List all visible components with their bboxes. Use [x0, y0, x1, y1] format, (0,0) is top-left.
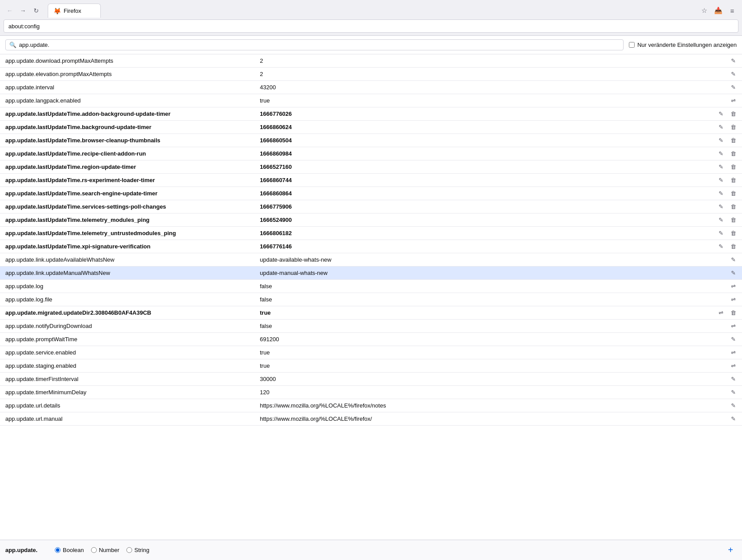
pref-actions: ✎🗑 [715, 215, 742, 225]
menu-button[interactable]: ≡ [726, 4, 738, 17]
reset-button[interactable]: ⇌ [715, 308, 726, 318]
pref-actions: ✎ [715, 255, 742, 265]
delete-button[interactable]: 🗑 [728, 175, 738, 186]
radio-number-input[interactable] [91, 547, 97, 553]
pref-value: true [256, 308, 715, 318]
reset-button[interactable]: ⇌ [728, 294, 738, 305]
edit-button[interactable]: ✎ [728, 387, 738, 398]
pref-actions: ✎🗑 [715, 109, 742, 119]
pref-value: https://www.mozilla.org/%LOCALE%/firefox… [256, 400, 715, 411]
table-row: app.update.lastUpdateTime.rs-experiment-… [0, 174, 742, 187]
pref-actions: ✎🗑 [715, 241, 742, 252]
forward-button[interactable]: → [17, 4, 29, 17]
edit-button[interactable]: ✎ [715, 228, 726, 239]
radio-string-input[interactable] [126, 547, 132, 553]
page-content: 🔍 Nur veränderte Einstellungen anzeigen … [0, 36, 742, 559]
address-bar[interactable]: about:config [4, 19, 738, 33]
pref-value: 1666776026 [256, 109, 715, 119]
pref-actions: ✎🗑 [715, 149, 742, 159]
edit-button[interactable]: ✎ [715, 188, 726, 199]
delete-button[interactable]: 🗑 [728, 188, 738, 199]
edit-button[interactable]: ✎ [715, 241, 726, 252]
tab-bar: ← → ↻ 🦊 Firefox ☆ 📥 ≡ [0, 0, 742, 18]
edit-button[interactable]: ✎ [728, 414, 738, 424]
pref-actions: ✎🗑 [715, 122, 742, 133]
bookmark-button[interactable]: 📥 [712, 4, 724, 17]
pref-actions: ✎🗑 [715, 162, 742, 172]
edit-button[interactable]: ✎ [715, 135, 726, 146]
pref-actions: ✎ [715, 82, 742, 93]
filter-checkbox[interactable] [629, 42, 635, 48]
search-input[interactable] [19, 42, 620, 48]
table-row: app.update.notifyDuringDownloadfalse⇌ [0, 320, 742, 333]
radio-boolean[interactable]: Boolean [55, 547, 84, 553]
pref-value: 43200 [256, 82, 715, 92]
table-row: app.update.lastUpdateTime.xpi-signature-… [0, 240, 742, 253]
reset-button[interactable]: ⇌ [728, 361, 738, 371]
pref-actions: ✎ [715, 414, 742, 424]
filter-checkbox-label[interactable]: Nur veränderte Einstellungen anzeigen [629, 42, 737, 48]
reset-button[interactable]: ⇌ [728, 347, 738, 358]
delete-button[interactable]: 🗑 [728, 215, 738, 225]
pref-value: 1666775906 [256, 202, 715, 212]
table-row: app.update.logfalse⇌ [0, 280, 742, 293]
table-row: app.update.timerMinimumDelay120✎ [0, 386, 742, 399]
edit-button[interactable]: ✎ [715, 109, 726, 119]
browser-chrome: ← → ↻ 🦊 Firefox ☆ 📥 ≡ about:config [0, 0, 742, 36]
edit-button[interactable]: ✎ [728, 82, 738, 93]
edit-button[interactable]: ✎ [728, 69, 738, 80]
delete-button[interactable]: 🗑 [728, 202, 738, 212]
add-button[interactable]: + [724, 544, 737, 556]
pref-name: app.update.lastUpdateTime.region-update-… [0, 162, 256, 172]
table-row: app.update.timerFirstInterval30000✎ [0, 373, 742, 386]
search-box[interactable]: 🔍 [5, 39, 624, 50]
pref-name: app.update.elevation.promptMaxAttempts [0, 69, 256, 79]
table-row: app.update.link.updateAvailableWhatsNewu… [0, 253, 742, 267]
pref-value: true [256, 361, 715, 371]
edit-button[interactable]: ✎ [728, 334, 738, 345]
edit-button[interactable]: ✎ [728, 56, 738, 66]
reset-button[interactable]: ⇌ [728, 281, 738, 292]
star-button[interactable]: ☆ [698, 4, 710, 17]
bottom-pref-name: app.update. [5, 547, 49, 553]
delete-button[interactable]: 🗑 [728, 162, 738, 172]
table-row: app.update.lastUpdateTime.search-engine-… [0, 187, 742, 200]
delete-button[interactable]: 🗑 [728, 109, 738, 119]
edit-button[interactable]: ✎ [715, 202, 726, 212]
refresh-button[interactable]: ↻ [30, 4, 42, 17]
edit-button[interactable]: ✎ [715, 122, 726, 133]
reset-button[interactable]: ⇌ [728, 95, 738, 106]
table-row: app.update.lastUpdateTime.recipe-client-… [0, 147, 742, 160]
radio-number[interactable]: Number [91, 547, 119, 553]
edit-button[interactable]: ✎ [715, 162, 726, 172]
reset-button[interactable]: ⇌ [728, 321, 738, 331]
delete-button[interactable]: 🗑 [728, 308, 738, 318]
delete-button[interactable]: 🗑 [728, 241, 738, 252]
pref-name: app.update.link.updateAvailableWhatsNew [0, 255, 256, 265]
pref-actions: ✎ [715, 69, 742, 80]
radio-string[interactable]: String [126, 547, 149, 553]
search-bar-container: 🔍 Nur veränderte Einstellungen anzeigen [0, 36, 742, 54]
delete-button[interactable]: 🗑 [728, 149, 738, 159]
pref-value: true [256, 95, 715, 106]
table-row: app.update.lastUpdateTime.background-upd… [0, 121, 742, 134]
radio-boolean-input[interactable] [55, 547, 61, 553]
delete-button[interactable]: 🗑 [728, 122, 738, 133]
delete-button[interactable]: 🗑 [728, 228, 738, 239]
edit-button[interactable]: ✎ [728, 268, 738, 278]
edit-button[interactable]: ✎ [728, 255, 738, 265]
edit-button[interactable]: ✎ [728, 374, 738, 385]
edit-button[interactable]: ✎ [715, 149, 726, 159]
pref-actions: ✎ [715, 334, 742, 345]
pref-name: app.update.lastUpdateTime.telemetry_untr… [0, 228, 256, 238]
delete-button[interactable]: 🗑 [728, 135, 738, 146]
pref-value: true [256, 347, 715, 358]
back-button[interactable]: ← [4, 4, 16, 17]
pref-value: false [256, 281, 715, 291]
table-row: app.update.langpack.enabledtrue⇌ [0, 94, 742, 107]
edit-button[interactable]: ✎ [715, 175, 726, 186]
edit-button[interactable]: ✎ [715, 215, 726, 225]
edit-button[interactable]: ✎ [728, 400, 738, 411]
active-tab[interactable]: 🦊 Firefox [48, 4, 101, 18]
pref-value: 1666806182 [256, 228, 715, 238]
